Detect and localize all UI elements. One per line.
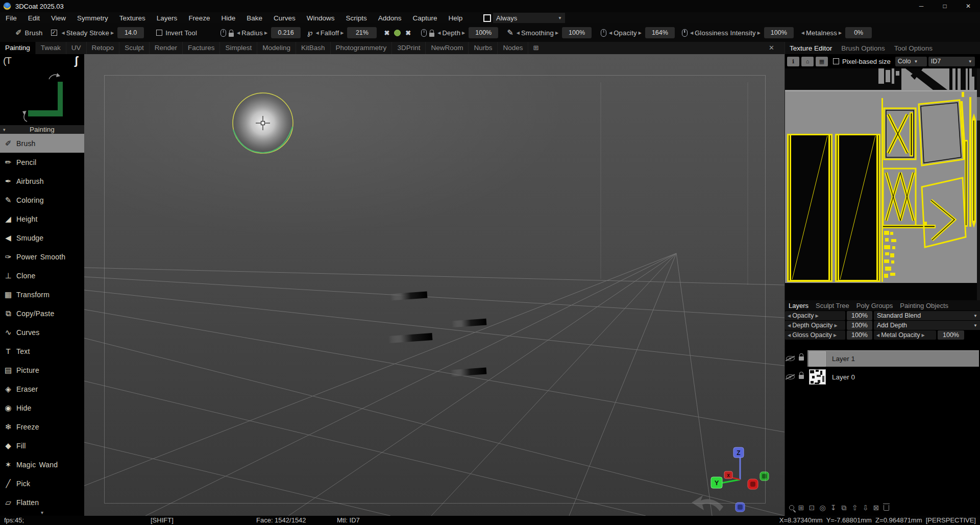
texture-info-icon[interactable]: ℹ <box>787 57 799 66</box>
stepper-right-icon[interactable]: ▶ <box>837 31 843 35</box>
duplicate-layer-icon[interactable]: ⧉ <box>840 504 848 512</box>
stepper-right-icon[interactable]: ▶ <box>460 31 467 35</box>
color-channel-dropdown[interactable]: Colo ▼ <box>895 57 927 66</box>
metalness-label[interactable]: Metalness <box>806 29 837 37</box>
stepper-left-icon[interactable]: ◀ <box>436 31 442 35</box>
menu-capture[interactable]: Capture <box>407 14 443 22</box>
smoothing-value[interactable]: 100% <box>562 27 592 38</box>
new-folder-icon[interactable]: ⊡ <box>808 504 816 512</box>
stepper-left-icon[interactable]: ◀ <box>607 31 614 35</box>
tab-newroom[interactable]: NewRoom <box>426 42 469 54</box>
menu-edit[interactable]: Edit <box>22 14 45 22</box>
add-layer-icon[interactable]: ⊞ <box>797 504 805 512</box>
stepper-left-icon[interactable]: ◀ <box>800 31 806 35</box>
menu-help[interactable]: Help <box>443 14 469 22</box>
tool-picture[interactable]: ▤Picture <box>0 361 84 379</box>
depth-value[interactable]: 100% <box>469 27 498 38</box>
tab-nodes[interactable]: Nodes <box>498 42 528 54</box>
tool-clone[interactable]: ⊥Clone <box>0 266 84 285</box>
tab-uv[interactable]: UV <box>66 42 87 54</box>
stepper-left-icon[interactable]: ◀ <box>235 31 241 35</box>
tab-modeling[interactable]: Modeling <box>257 42 296 54</box>
stepper-right-icon[interactable]: ▶ <box>832 323 839 328</box>
stepper-right-icon[interactable]: ▶ <box>832 333 838 338</box>
minimize-button[interactable]: ─ <box>910 0 933 12</box>
stepper-left-icon[interactable]: ◀ <box>786 333 792 338</box>
search-icon[interactable] <box>789 505 794 510</box>
stepper-right-icon[interactable]: ▶ <box>756 31 762 35</box>
uv-set-dropdown[interactable]: ID7 ▼ <box>928 57 975 66</box>
stepper-right-icon[interactable]: ▶ <box>554 31 560 35</box>
menu-textures[interactable]: Textures <box>114 14 151 22</box>
tab-factures[interactable]: Factures <box>183 42 220 54</box>
layer-visibility-icon[interactable] <box>786 374 795 379</box>
falloff-value[interactable]: 21% <box>347 27 377 38</box>
tab-layers[interactable]: Layers <box>785 302 812 309</box>
layer-opacity-value[interactable]: 100% <box>847 311 872 320</box>
add-workspace-icon[interactable]: ⊞ <box>528 42 543 54</box>
metal-opacity-slider[interactable]: ◀ Metal Opacity ▶ <box>874 330 936 340</box>
pixel-based-size-checkbox[interactable] <box>833 58 839 64</box>
radius-value[interactable]: 0.216 <box>271 27 301 38</box>
move-down-icon[interactable]: ⇩ <box>862 504 869 512</box>
mouse-pressure-icon[interactable] <box>682 29 688 37</box>
layer-row-0[interactable]: Layer 0 <box>785 368 980 386</box>
stepper-right-icon[interactable]: ▶ <box>637 31 643 35</box>
sidebar-scroll-down-icon[interactable]: ▾ <box>0 510 84 515</box>
metalness-value[interactable]: 0% <box>845 27 872 38</box>
tab-tool-options[interactable]: Tool Options <box>890 44 937 52</box>
depth-opacity-value[interactable]: 100% <box>847 321 872 330</box>
texture-editor-view[interactable] <box>785 68 980 300</box>
layer-visibility-icon[interactable] <box>786 356 795 361</box>
tool-magic-wand[interactable]: ✶Magic Wand <box>0 455 84 474</box>
tool-power-smooth[interactable]: ✑Power Smooth <box>0 247 84 266</box>
tool-brush[interactable]: ✐Brush <box>0 134 84 153</box>
mouse-pressure-icon[interactable] <box>220 29 226 37</box>
maximize-button[interactable]: □ <box>933 0 957 12</box>
stepper-left-icon[interactable]: ◀ <box>515 31 521 35</box>
stepper-right-icon[interactable]: ▶ <box>263 31 269 35</box>
close-button[interactable]: ✕ <box>957 0 980 12</box>
tool-height[interactable]: ◢Height <box>0 209 84 228</box>
gloss-opacity-slider[interactable]: ◀ Gloss Opacity ▶ <box>785 330 845 340</box>
stepper-right-icon[interactable]: ▶ <box>339 31 345 35</box>
stepper-left-icon[interactable]: ◀ <box>60 31 66 35</box>
falloff-pen-icon[interactable]: ℘ <box>307 28 312 37</box>
viewport-3d[interactable]: Z Y x <box>84 54 785 516</box>
menu-curves[interactable]: Curves <box>268 14 301 22</box>
menu-symmetry[interactable]: Symmetry <box>71 14 114 22</box>
stepper-right-icon[interactable]: ▶ <box>109 31 115 35</box>
menu-view[interactable]: View <box>45 14 71 22</box>
layer-lock-icon[interactable] <box>799 356 804 361</box>
menu-freeze[interactable]: Freeze <box>183 14 215 22</box>
opacity-label[interactable]: Opacity <box>614 29 636 37</box>
tool-airbrush[interactable]: ✒Airbrush <box>0 172 84 190</box>
smoothing-label[interactable]: Smoothing <box>521 29 554 37</box>
opacity-value[interactable]: 164% <box>645 27 675 38</box>
brush-alpha-preview[interactable] <box>394 30 401 36</box>
delete-box-icon[interactable]: ⊠ <box>872 504 880 512</box>
menu-layers[interactable]: Layers <box>151 14 183 22</box>
tool-smudge[interactable]: ◀Smudge <box>0 228 84 247</box>
steady-stroke-checkbox[interactable]: ✓ <box>51 30 57 36</box>
stepper-right-icon[interactable]: ▶ <box>920 333 926 338</box>
glossiness-label[interactable]: Glossiness Intensity <box>695 29 756 37</box>
tool-pick[interactable]: ╱Pick <box>0 474 84 493</box>
falloff-label[interactable]: Falloff <box>321 29 339 37</box>
blend-mode-dropdown[interactable]: Standard Blend ▼ <box>874 311 980 320</box>
clear-alpha-icon[interactable]: ✖ <box>403 29 413 37</box>
tab-simplest[interactable]: Simplest <box>220 42 257 54</box>
tool-copy-paste[interactable]: ⧉Copy/Paste <box>0 304 84 323</box>
clear-alpha-icon[interactable]: ✖ <box>382 29 391 37</box>
stroke-preview[interactable] <box>0 71 84 125</box>
gloss-opacity-value[interactable]: 100% <box>847 330 872 340</box>
radius-label[interactable]: Radius <box>241 29 263 37</box>
move-up-icon[interactable]: ⇧ <box>851 504 859 512</box>
always-checkbox[interactable] <box>483 14 491 22</box>
tool-transform[interactable]: ▦Transform <box>0 285 84 304</box>
menu-hide[interactable]: Hide <box>215 14 241 22</box>
stepper-left-icon[interactable]: ◀ <box>314 31 321 35</box>
tab-kitbash[interactable]: KitBash <box>296 42 331 54</box>
always-dropdown[interactable]: Always ▼ <box>493 13 565 23</box>
stepper-left-icon[interactable]: ◀ <box>689 31 695 35</box>
